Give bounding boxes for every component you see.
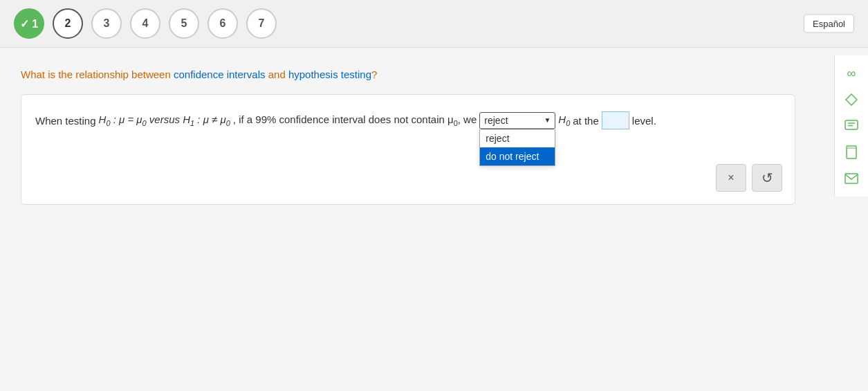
answer-box: When testing H0 : μ = μ0 versus H1 : μ ≠… (21, 94, 795, 205)
question-highlight-hypothesis: hypothesis testing (288, 69, 371, 80)
svg-rect-6 (845, 174, 858, 183)
step-3-button[interactable]: 3 (91, 8, 122, 39)
book-icon[interactable] (839, 140, 864, 165)
comment-icon[interactable] (839, 113, 864, 138)
svg-marker-0 (846, 94, 857, 105)
question-text: What is the relationship between confide… (21, 69, 795, 80)
step-7-button[interactable]: 7 (246, 8, 277, 39)
step-5-button[interactable]: 5 (169, 8, 199, 39)
step-6-button[interactable]: 6 (207, 8, 238, 39)
level-suffix: level. (632, 115, 656, 127)
book-svg (845, 145, 858, 159)
diamond-svg (845, 93, 858, 106)
clear-button[interactable]: × (716, 164, 746, 192)
step-2-button[interactable]: 2 (53, 8, 83, 39)
comment-svg (844, 120, 858, 132)
at-the-text: at the (573, 115, 599, 127)
sentence-prefix: When testing (35, 115, 96, 127)
sentence-middle: , if a 99% confidence interval does not … (233, 113, 477, 127)
step-1-button[interactable]: ✓ 1 (14, 8, 44, 39)
mail-icon[interactable] (839, 166, 864, 191)
step-4-button[interactable]: 4 (130, 8, 160, 39)
dropdown-option-reject[interactable]: reject (480, 129, 555, 147)
dropdown-shown[interactable]: reject ▼ (479, 112, 555, 129)
right-sidebar: ∞ (834, 55, 868, 197)
action-buttons-group: × ↺ (716, 164, 782, 192)
diamond-icon[interactable] (839, 87, 864, 112)
h0-suffix: H0 (558, 113, 570, 127)
main-content: What is the relationship between confide… (0, 48, 816, 219)
mail-svg (844, 173, 858, 184)
svg-rect-1 (845, 120, 858, 129)
dropdown-current-value: reject (484, 115, 508, 126)
dropdown-list: reject do not reject (479, 129, 555, 166)
sentence-row: When testing H0 : μ = μ0 versus H1 : μ ≠… (35, 111, 781, 129)
top-navigation-bar: ✓ 1 2 3 4 5 6 7 Español (0, 0, 868, 48)
hypothesis-notation: H0 : μ = μ0 versus H1 : μ ≠ μ0 (99, 113, 230, 127)
reset-button[interactable]: ↺ (752, 164, 782, 192)
dropdown-header[interactable]: reject ▼ (480, 113, 555, 129)
question-highlight-confidence: confidence intervals (174, 69, 266, 80)
reject-dropdown-container[interactable]: reject ▼ reject do not reject (479, 112, 555, 129)
espanol-button[interactable]: Español (804, 15, 854, 33)
dropdown-option-do-not-reject[interactable]: do not reject (480, 147, 555, 165)
infinity-icon[interactable]: ∞ (839, 61, 864, 86)
level-input[interactable] (602, 111, 629, 129)
dropdown-arrow-icon: ▼ (544, 116, 551, 124)
